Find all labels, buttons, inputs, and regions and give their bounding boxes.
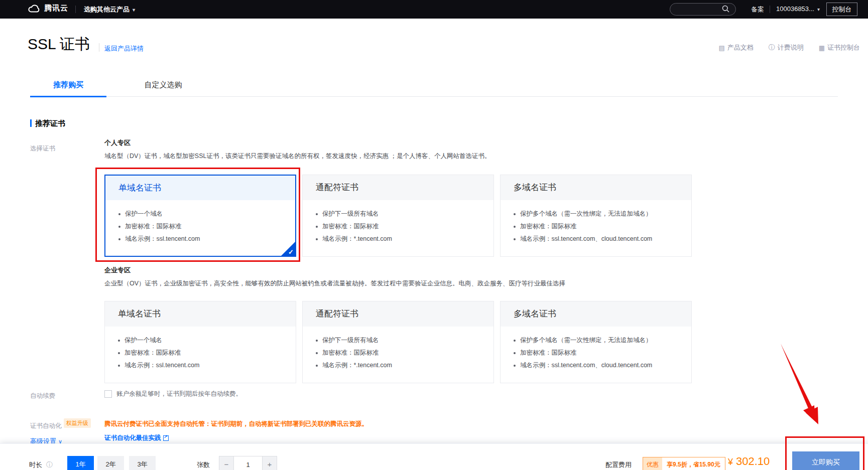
card-title: 通配符证书 xyxy=(303,175,493,200)
zone-cards: 单域名证书保护一个域名加密标准：国际标准域名示例：ssl.tencent.com… xyxy=(104,301,692,383)
cert-card[interactable]: 通配符证书保护下一级所有域名加密标准：国际标准域名示例：*.tencent.co… xyxy=(302,175,494,257)
cert-card[interactable]: 单域名证书保护一个域名加密标准：国际标准域名示例：ssl.tencent.com xyxy=(104,301,296,383)
automation-text: 腾讯云付费证书已全面支持自动托管：证书到期前，自动将新证书部署到已关联的腾讯云资… xyxy=(104,420,368,428)
automation-label: 证书自动化 xyxy=(30,422,62,429)
buy-now-button[interactable]: 立即购买 xyxy=(792,451,859,470)
nav-other-products[interactable]: 选购其他云产品▾ xyxy=(84,5,135,14)
nav-other-products-label: 选购其他云产品 xyxy=(84,6,130,13)
automation-best-practice-link[interactable]: 证书自动化最佳实践 xyxy=(104,434,169,442)
zone-desc-enterprise: 企业型（OV）证书，企业级加密证书，高安全性，能够有效的防止网站被钓鱼或者流量被… xyxy=(104,279,565,288)
bullet-dot xyxy=(316,352,318,354)
cert-card[interactable]: 多域名证书保护多个域名（需一次性绑定，无法追加域名）加密标准：国际标准域名示例：… xyxy=(500,175,692,257)
bullet-text: 加密标准：国际标准 xyxy=(125,222,182,231)
card-title: 单域名证书 xyxy=(105,176,295,200)
doc-icon: ▤ xyxy=(718,44,724,52)
header-link-cert-console[interactable]: ▦证书控制台 xyxy=(819,43,860,52)
back-to-product-link[interactable]: 返回产品详情 xyxy=(104,44,144,53)
section-title: 推荐证书 xyxy=(30,119,65,128)
divider xyxy=(99,43,99,52)
bullet-dot xyxy=(118,213,120,215)
account-menu[interactable]: 100036853...▾ xyxy=(776,5,820,13)
currency-symbol: ¥ xyxy=(728,457,733,467)
bullet-dot xyxy=(514,226,516,228)
header-links: ▤产品文档ⓘ计费说明▦证书控制台 xyxy=(718,43,860,52)
zone-name-personal: 个人专区 xyxy=(104,138,131,147)
card-title: 通配符证书 xyxy=(303,301,493,327)
search-icon[interactable] xyxy=(722,5,729,13)
bullet-dot xyxy=(118,365,120,367)
card-bullets: 保护多个域名（需一次性绑定，无法追加域名）加密标准：国际标准域名示例：ssl.t… xyxy=(501,327,691,372)
price-value: 302.10 xyxy=(736,455,770,467)
cloud-logo-icon xyxy=(28,4,41,13)
row-label-auto-renew: 自动续费 xyxy=(30,392,55,400)
card-bullet: 保护多个域名（需一次性绑定，无法追加域名） xyxy=(514,334,681,347)
bullet-dot xyxy=(118,226,120,228)
card-bullet: 保护多个域名（需一次性绑定，无法追加域名） xyxy=(514,208,681,220)
auto-renew-text: 账户余额足够时，证书到期后按年自动续费。 xyxy=(116,390,242,398)
quantity-label: 张数 xyxy=(197,460,210,469)
quantity-value[interactable]: 1 xyxy=(234,456,262,470)
bullet-dot xyxy=(118,238,120,240)
bullet-text: 保护多个域名（需一次性绑定，无法追加域名） xyxy=(520,336,652,345)
bullet-text: 域名示例：*.tencent.com xyxy=(322,235,392,243)
card-bullet: 加密标准：国际标准 xyxy=(316,347,483,359)
upgrade-badge: 权益升级 xyxy=(64,418,91,428)
bullet-dot xyxy=(514,365,516,367)
bullet-dot xyxy=(514,238,516,240)
card-bullets: 保护多个域名（需一次性绑定，无法追加域名）加密标准：国际标准域名示例：ssl.t… xyxy=(501,200,691,245)
card-title: 多域名证书 xyxy=(501,175,691,200)
card-bullet: 保护下一级所有域名 xyxy=(316,334,483,347)
auto-renew-checkbox[interactable] xyxy=(104,390,112,398)
bullet-dot xyxy=(514,340,516,342)
header-link-billing-info[interactable]: ⓘ计费说明 xyxy=(769,43,804,52)
card-bullet: 域名示例：ssl.tencent.com、cloud.tencent.com xyxy=(514,359,681,372)
row-label-select-cert: 选择证书 xyxy=(30,144,55,153)
cert-card[interactable]: 单域名证书保护一个域名加密标准：国际标准域名示例：ssl.tencent.com… xyxy=(104,175,296,257)
bullet-text: 域名示例：ssl.tencent.com xyxy=(125,235,200,243)
bullet-dot xyxy=(514,352,516,354)
card-bullet: 加密标准：国际标准 xyxy=(316,220,483,233)
card-title: 多域名证书 xyxy=(501,301,691,327)
card-bullet: 加密标准：国际标准 xyxy=(514,220,681,233)
header-link-product-docs[interactable]: ▤产品文档 xyxy=(718,43,753,52)
card-bullet: 保护下一级所有域名 xyxy=(316,208,483,220)
card-bullet: 域名示例：ssl.tencent.com xyxy=(118,359,286,372)
bullet-text: 加密标准：国际标准 xyxy=(520,349,577,357)
external-link-icon xyxy=(163,435,169,441)
discount-text: 享9.5折，省15.90元 xyxy=(662,457,725,470)
chevron-down-icon: ▾ xyxy=(133,7,135,13)
tab-recommended[interactable]: 推荐购买 xyxy=(30,80,106,97)
console-button[interactable]: 控制台 xyxy=(826,3,857,16)
tab-custom[interactable]: 自定义选购 xyxy=(136,80,191,97)
bullet-text: 域名示例：ssl.tencent.com xyxy=(125,361,199,370)
duration-3年[interactable]: 3年 xyxy=(129,456,156,470)
card-bullet: 加密标准：国际标准 xyxy=(514,347,681,359)
quantity-increase-button[interactable]: + xyxy=(262,456,277,470)
bullet-dot xyxy=(118,352,120,354)
duration-1年[interactable]: 1年 xyxy=(67,456,94,470)
bullet-text: 加密标准：国际标准 xyxy=(125,349,181,357)
quantity-decrease-button[interactable]: − xyxy=(219,456,234,470)
card-bullets: 保护一个域名加密标准：国际标准域名示例：ssl.tencent.com xyxy=(105,327,296,372)
auto-renew-row: 账户余额足够时，证书到期后按年自动续费。 xyxy=(104,390,242,398)
duration-2年[interactable]: 2年 xyxy=(97,456,124,470)
bullet-text: 加密标准：国际标准 xyxy=(322,222,379,231)
beian-link[interactable]: 备案 xyxy=(751,5,764,14)
card-bullets: 保护下一级所有域名加密标准：国际标准域名示例：*.tencent.com xyxy=(303,200,493,245)
bullet-text: 加密标准：国际标准 xyxy=(520,222,577,231)
bullet-dot xyxy=(316,340,318,342)
card-bullet: 加密标准：国际标准 xyxy=(118,220,285,233)
cert-card[interactable]: 通配符证书保护下一级所有域名加密标准：国际标准域名示例：*.tencent.co… xyxy=(302,301,494,383)
info-icon[interactable]: ⓘ xyxy=(46,460,53,469)
zone-name-enterprise: 企业专区 xyxy=(104,266,131,275)
grid-icon: ▦ xyxy=(819,44,825,52)
check-icon: ✓ xyxy=(288,248,294,256)
bullet-text: 保护多个域名（需一次性绑定，无法追加域名） xyxy=(520,210,652,218)
card-bullet: 保护一个域名 xyxy=(118,208,285,220)
tencent-cloud-logo[interactable]: 腾讯云 xyxy=(28,4,68,13)
bullet-text: 保护下一级所有域名 xyxy=(322,210,379,218)
header-link-label: 产品文档 xyxy=(727,43,754,52)
bullet-text: 域名示例：*.tencent.com xyxy=(322,361,392,370)
card-title: 单域名证书 xyxy=(105,301,296,327)
cert-card[interactable]: 多域名证书保护多个域名（需一次性绑定，无法追加域名）加密标准：国际标准域名示例：… xyxy=(500,301,692,383)
